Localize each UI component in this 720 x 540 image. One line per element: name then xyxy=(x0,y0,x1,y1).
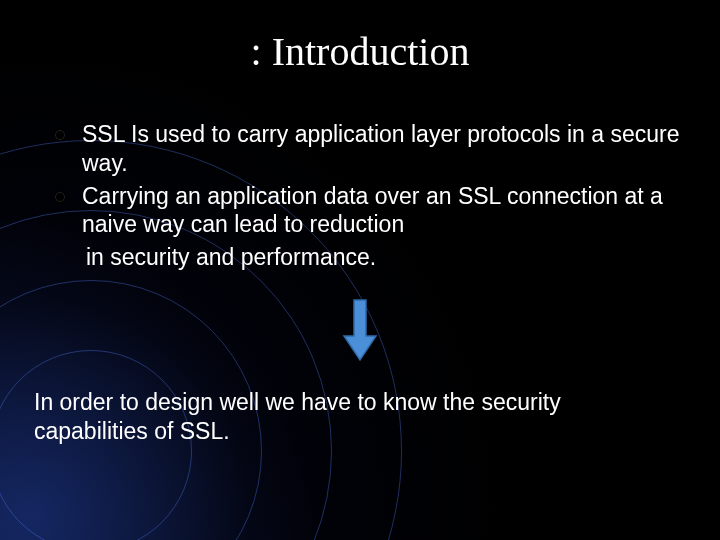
conclusion-text: In order to design well we have to know … xyxy=(34,388,680,446)
slide-body: SSL Is used to carry application layer p… xyxy=(50,120,680,272)
down-arrow-shape xyxy=(344,300,376,360)
list-item: SSL Is used to carry application layer p… xyxy=(50,120,680,178)
arrow-container xyxy=(0,298,720,362)
slide-title: : Introduction xyxy=(0,28,720,75)
list-item-continuation: in security and performance. xyxy=(50,243,680,272)
bullet-list: SSL Is used to carry application layer p… xyxy=(50,120,680,239)
list-item: Carrying an application data over an SSL… xyxy=(50,182,680,240)
slide: : Introduction SSL Is used to carry appl… xyxy=(0,0,720,540)
down-arrow-icon xyxy=(340,298,380,362)
